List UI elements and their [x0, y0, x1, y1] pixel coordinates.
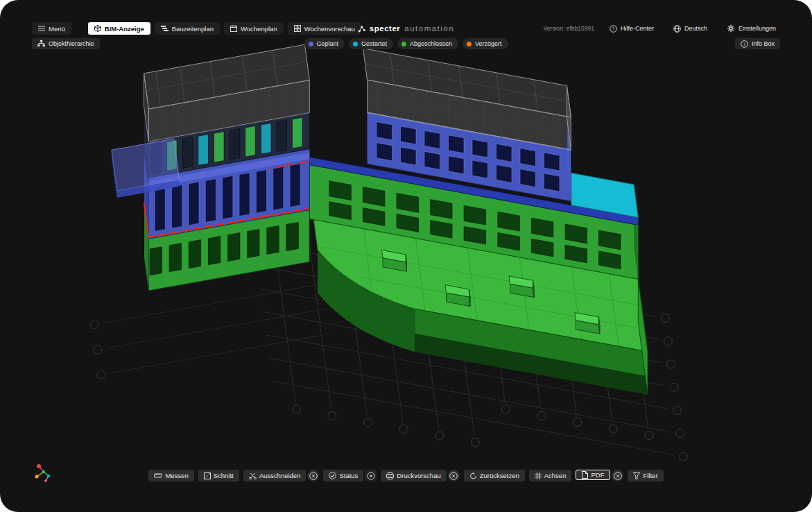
gear-icon: [727, 24, 735, 33]
brand-mark-icon: [358, 25, 365, 33]
tab-bauzeitenplan[interactable]: Bauzeitenplan: [155, 22, 220, 35]
help-center-button[interactable]: ? Hilfe-Center: [605, 24, 658, 33]
tab-bim-anzeige[interactable]: BIM-Anzeige: [88, 22, 150, 35]
status-legend: Geplant Gestartet Abgeschlossen Verzöger…: [304, 38, 508, 49]
tab-label: BIM-Anzeige: [105, 25, 144, 33]
section-icon: [204, 472, 211, 479]
status-toggle-button[interactable]: [365, 470, 377, 481]
print-preview-close-button[interactable]: [448, 470, 460, 481]
viewer-canvas[interactable]: [0, 0, 812, 512]
reset-icon: [469, 472, 477, 479]
settings-label: Einstellungen: [738, 25, 776, 32]
language-label: Deutsch: [684, 25, 707, 32]
status-dot: [401, 42, 406, 46]
legend-label: Verzögert: [475, 40, 502, 47]
menu-icon: [38, 26, 45, 31]
object-hierarchy-label: Objekthierarchie: [49, 40, 94, 47]
legend-label: Abgeschlossen: [410, 40, 452, 47]
tab-wochenplan[interactable]: Wochenplan: [224, 22, 284, 35]
ruler-icon: [154, 472, 162, 479]
button-label: Filter: [643, 472, 657, 479]
status-dot: [353, 42, 358, 46]
scissors-icon: [249, 472, 257, 479]
overlay-bar: Objekthierarchie Geplant Gestartet Abges…: [32, 38, 780, 49]
print-preview-button[interactable]: Druckvorschau: [381, 470, 446, 481]
button-label: Druckvorschau: [397, 472, 440, 479]
reset-button[interactable]: Zurücksetzen: [464, 470, 525, 481]
button-label: PDF: [591, 471, 604, 479]
status-check-icon: [329, 472, 336, 479]
close-icon: [449, 472, 458, 480]
legend-item-gestartet[interactable]: Gestartet: [349, 38, 393, 49]
pdf-close-button[interactable]: [612, 470, 623, 481]
brand: specter automation: [358, 22, 454, 35]
viewer-toolbar: Messen Schnitt Ausschneiden Status: [0, 470, 812, 481]
specter-logo: [32, 462, 55, 487]
button-label: Messen: [165, 472, 188, 479]
button-label: Schnitt: [214, 472, 234, 479]
nav-tabs: Menü BIM-Anzeige Bauzeitenplan Wochenpla…: [32, 22, 361, 35]
legend-label: Gestartet: [361, 40, 387, 47]
svg-text:i: i: [743, 42, 745, 47]
svg-text:?: ?: [612, 26, 614, 31]
pdf-button[interactable]: PDF: [576, 470, 610, 480]
tab-label: Wochenvorschau: [304, 25, 355, 33]
button-label: Status: [339, 472, 358, 479]
menu-label: Menü: [49, 25, 65, 33]
language-button[interactable]: Deutsch: [669, 24, 711, 33]
version-text: Version: efbb15991: [544, 25, 594, 32]
axes-grid-icon: [535, 472, 542, 479]
measure-button[interactable]: Messen: [148, 470, 193, 481]
cut-button[interactable]: Ausschneiden: [243, 470, 306, 481]
top-bar: Menü BIM-Anzeige Bauzeitenplan Wochenpla…: [0, 22, 812, 35]
app-window: Menü BIM-Anzeige Bauzeitenplan Wochenpla…: [0, 0, 812, 512]
brand-name: specter: [370, 24, 400, 33]
button-label: Zurücksetzen: [480, 472, 519, 479]
settings-button[interactable]: Einstellungen: [723, 24, 780, 33]
globe-icon: [673, 25, 681, 33]
section-button[interactable]: Schnitt: [198, 470, 239, 481]
legend-item-verzoegert[interactable]: Verzögert: [463, 38, 508, 49]
info-box-label: Info Box: [752, 40, 775, 47]
button-label: Ausschneiden: [259, 472, 301, 479]
printer-icon: [386, 472, 394, 479]
top-right-controls: Version: efbb15991 ? Hilfe-Center Deutsc…: [544, 24, 780, 33]
tab-label: Bauzeitenplan: [172, 25, 214, 33]
grid-4-icon: [294, 25, 301, 32]
gantt-icon: [161, 25, 169, 32]
legend-label: Geplant: [316, 40, 338, 47]
cut-close-button[interactable]: [307, 470, 319, 481]
hierarchy-icon: [37, 40, 45, 47]
help-label: Hilfe-Center: [621, 25, 654, 32]
toggle-dot-icon: [367, 472, 375, 480]
tab-wochenvorschau[interactable]: Wochenvorschau: [288, 22, 361, 35]
status-dot: [467, 42, 472, 46]
info-icon: i: [741, 40, 748, 48]
help-icon: ?: [610, 25, 617, 33]
legend-item-abgeschlossen[interactable]: Abgeschlossen: [397, 38, 458, 49]
close-icon: [309, 472, 318, 480]
tab-label: Wochenplan: [241, 25, 277, 33]
status-dot: [308, 42, 313, 46]
filter-button[interactable]: Filter: [628, 470, 663, 481]
bim-cube-icon: [94, 25, 101, 32]
legend-item-geplant[interactable]: Geplant: [304, 38, 345, 49]
info-box-button[interactable]: i Info Box: [735, 38, 780, 49]
close-icon: [614, 472, 622, 480]
axes-button[interactable]: Achsen: [529, 470, 572, 481]
status-button[interactable]: Status: [323, 470, 363, 481]
filter-icon: [633, 472, 640, 479]
calendar-icon: [230, 25, 237, 32]
button-label: Achsen: [544, 472, 567, 479]
bim-model-3d[interactable]: [0, 0, 812, 512]
menu-button[interactable]: Menü: [32, 22, 71, 35]
brand-suffix: automation: [404, 24, 454, 33]
pdf-icon: [582, 471, 588, 479]
object-hierarchy-button[interactable]: Objekthierarchie: [32, 38, 100, 49]
